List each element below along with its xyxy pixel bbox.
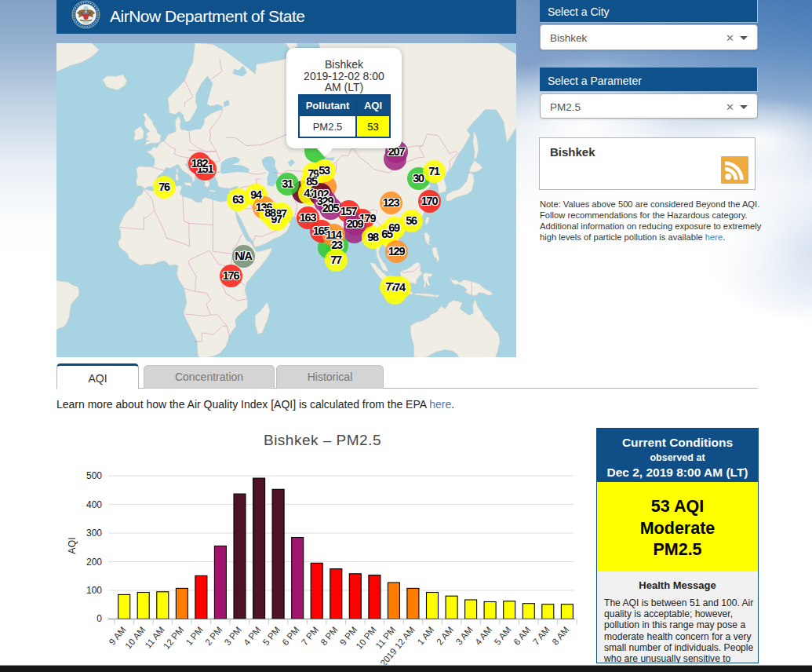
svg-text:6 PM: 6 PM [280, 625, 300, 647]
svg-text:200: 200 [86, 557, 102, 568]
svg-text:4 PM: 4 PM [242, 625, 262, 647]
svg-text:7 PM: 7 PM [300, 625, 320, 647]
svg-text:4 AM: 4 AM [473, 625, 493, 647]
svg-text:Bishkek – PM2.5: Bishkek – PM2.5 [264, 432, 381, 448]
svg-text:2 PM: 2 PM [203, 625, 224, 647]
svg-text:3 PM: 3 PM [223, 625, 243, 647]
svg-text:100: 100 [86, 585, 102, 596]
svg-text:5 AM: 5 AM [493, 625, 513, 647]
svg-text:400: 400 [86, 499, 102, 510]
svg-text:1 AM: 1 AM [415, 625, 435, 647]
svg-text:8 PM: 8 PM [319, 625, 339, 647]
svg-text:12 PM: 12 PM [162, 625, 186, 651]
svg-text:500: 500 [86, 470, 102, 481]
svg-text:3 AM: 3 AM [454, 625, 475, 647]
svg-text:10 AM: 10 AM [123, 625, 147, 651]
svg-text:2 AM: 2 AM [435, 625, 455, 647]
svg-text:6 AM: 6 AM [512, 625, 532, 647]
svg-text:7 AM: 7 AM [531, 625, 552, 647]
svg-text:0: 0 [96, 613, 102, 624]
svg-text:8 AM: 8 AM [550, 625, 570, 647]
svg-text:300: 300 [86, 528, 102, 539]
svg-text:1 PM: 1 PM [184, 625, 204, 647]
svg-text:5 PM: 5 PM [261, 625, 282, 647]
svg-text:AQI: AQI [67, 537, 78, 554]
svg-text:10 PM: 10 PM [354, 625, 378, 651]
